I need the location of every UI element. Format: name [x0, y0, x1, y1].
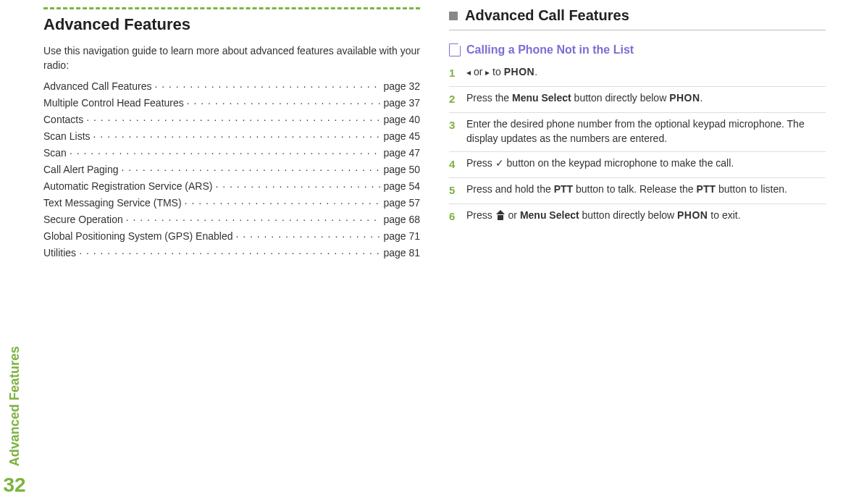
step-text: Press or Menu Select button directly bel…: [466, 209, 826, 224]
step-text-b: button to talk. Release the: [573, 183, 696, 195]
step-item: 4 Press ✓ button on the keypad microphon…: [449, 152, 826, 178]
step-text: Press and hold the PTT button to talk. R…: [466, 182, 826, 198]
toc-dots: [70, 146, 380, 156]
bullet-square-icon: [449, 12, 458, 20]
thin-divider: [449, 30, 826, 30]
toc-dots: [235, 230, 380, 240]
step-text-c: button to listen.: [716, 183, 787, 195]
step-number: 5: [449, 182, 466, 198]
toc-page: page 50: [383, 164, 420, 175]
step-text-or: or: [471, 66, 485, 77]
sub-title: Calling a Phone Not in the List: [466, 43, 634, 56]
toc-item[interactable]: Text Messaging Service (TMS)page 57: [43, 196, 420, 209]
toc-page: page 47: [383, 147, 420, 159]
toc-item[interactable]: Utilitiespage 81: [43, 246, 420, 259]
step-text-pre: Press: [466, 209, 495, 221]
toc-item[interactable]: Scan Listspage 45: [43, 130, 420, 142]
home-icon: [495, 211, 506, 220]
step-text-pre: Press: [466, 157, 495, 169]
step-text: Enter the desired phone number from the …: [466, 117, 826, 146]
toc-dots: [79, 246, 380, 256]
step-text-bold: PTT: [554, 183, 573, 195]
step-item: 5 Press and hold the PTT button to talk.…: [449, 178, 826, 204]
step-text-mid: button directly below: [571, 92, 669, 104]
step-text-or: or: [506, 209, 520, 221]
toc-item[interactable]: Secure Operationpage 68: [43, 213, 420, 225]
step-text-to: to: [490, 66, 503, 77]
toc-item[interactable]: Contactspage 40: [43, 113, 420, 125]
toc-item[interactable]: Advanced Call Featurespage 32: [43, 80, 420, 92]
display-text-phon: PHON: [669, 92, 700, 104]
toc-page: page 37: [383, 97, 420, 109]
step-item: 1 ◂ or ▸ to PHON.: [449, 61, 826, 87]
page-container: Advanced Features 32 Advanced Features U…: [0, 0, 843, 504]
toc-label: Scan Lists: [43, 130, 91, 142]
step-text: Press ✓ button on the keypad microphone …: [466, 156, 826, 172]
right-column: Advanced Call Features Calling a Phone N…: [449, 7, 826, 497]
step-item: 2 Press the Menu Select button directly …: [449, 87, 826, 113]
step-text-dot: .: [700, 92, 703, 104]
dashed-divider: [43, 7, 420, 9]
toc-page: page 68: [383, 214, 420, 225]
toc-item[interactable]: Automatic Registration Service (ARS)page…: [43, 180, 420, 192]
step-text-bold: Menu Select: [520, 209, 579, 221]
content: Advanced Features Use this navigation gu…: [29, 0, 843, 504]
toc-label: Global Positioning System (GPS) Enabled: [43, 230, 232, 242]
toc-label: Utilities: [43, 247, 76, 259]
step-text-bold: PTT: [697, 183, 716, 195]
toc-item[interactable]: Call Alert Pagingpage 50: [43, 163, 420, 175]
sub-header: Calling a Phone Not in the List: [449, 43, 826, 56]
toc-item[interactable]: Scanpage 47: [43, 146, 420, 159]
toc-page: page 71: [383, 230, 420, 242]
step-item: 6 Press or Menu Select button directly b…: [449, 204, 826, 230]
step-number: 1: [449, 65, 466, 80]
step-text-post: to exit.: [708, 209, 740, 221]
step-number: 4: [449, 156, 466, 172]
toc-dots: [187, 96, 381, 106]
toc-item[interactable]: Global Positioning System (GPS) Enabledp…: [43, 230, 420, 242]
step-number: 3: [449, 117, 466, 146]
step-text-post: button on the keypad microphone to make …: [504, 157, 734, 169]
toc-label: Text Messaging Service (TMS): [43, 197, 182, 209]
step-item: 3 Enter the desired phone number from th…: [449, 113, 826, 152]
steps-list: 1 ◂ or ▸ to PHON. 2 Press the Menu Selec…: [449, 61, 826, 230]
step-text-pre: Press the: [466, 92, 512, 104]
page-number: 32: [3, 474, 25, 497]
step-text-mid: button directly below: [579, 209, 677, 221]
toc-page: page 57: [383, 197, 420, 209]
toc-dots: [122, 163, 381, 173]
toc-label: Call Alert Paging: [43, 164, 119, 175]
toc-dots: [93, 130, 381, 140]
toc-dots: [86, 113, 380, 123]
toc-page: page 45: [383, 130, 420, 142]
right-title: Advanced Call Features: [465, 7, 629, 24]
toc-label: Scan: [43, 147, 67, 159]
step-number: 6: [449, 209, 466, 224]
toc-dots: [126, 213, 381, 223]
toc-page: page 54: [383, 180, 420, 192]
toc-item[interactable]: Multiple Control Head Featurespage 37: [43, 96, 420, 109]
document-icon: [449, 43, 461, 56]
intro-text: Use this navigation guide to learn more …: [43, 44, 420, 72]
step-text-dot: .: [534, 66, 537, 77]
toc-label: Advanced Call Features: [43, 80, 151, 92]
toc-label: Contacts: [43, 114, 83, 125]
toc-page: page 40: [383, 114, 420, 125]
display-text-phon: PHON: [504, 66, 534, 77]
section-title: Advanced Features: [43, 15, 420, 34]
sidebar: Advanced Features 32: [0, 0, 29, 504]
toc-label: Multiple Control Head Features: [43, 97, 184, 109]
left-column: Advanced Features Use this navigation gu…: [43, 7, 420, 497]
right-header: Advanced Call Features: [449, 7, 826, 24]
sidebar-label: Advanced Features: [7, 346, 22, 466]
check-icon: ✓: [495, 157, 504, 169]
step-text-a: Press and hold the: [466, 183, 554, 195]
toc-page: page 32: [383, 80, 420, 92]
step-number: 2: [449, 91, 466, 106]
toc-dots: [154, 80, 380, 90]
toc-label: Automatic Registration Service (ARS): [43, 180, 212, 192]
toc-dots: [185, 196, 381, 206]
toc-dots: [215, 180, 380, 190]
step-text: Press the Menu Select button directly be…: [466, 91, 826, 106]
step-text: ◂ or ▸ to PHON.: [466, 65, 826, 80]
